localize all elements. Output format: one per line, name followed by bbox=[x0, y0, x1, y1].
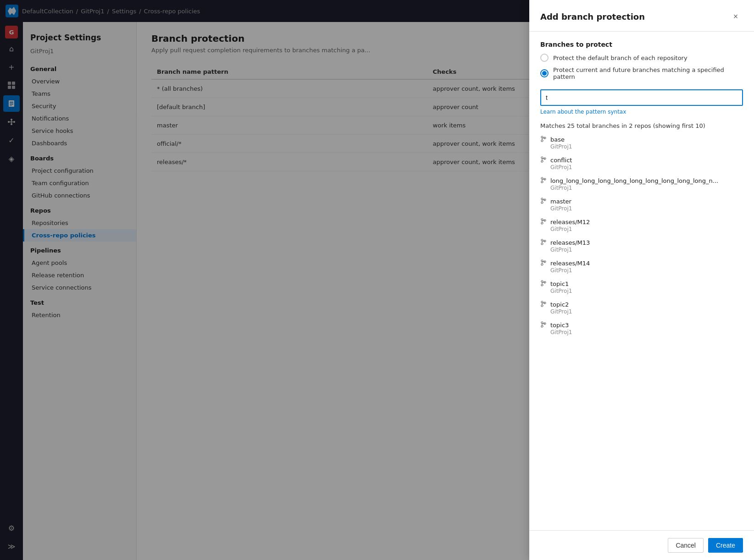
svg-point-31 bbox=[541, 243, 543, 245]
branch-icon bbox=[540, 239, 547, 247]
branch-list-item: master GitProj1 bbox=[540, 198, 743, 212]
branch-repo: GitProj1 bbox=[550, 164, 743, 170]
branch-name-row: base bbox=[540, 136, 743, 143]
svg-point-39 bbox=[541, 284, 543, 286]
modal-close-button[interactable]: × bbox=[728, 9, 743, 24]
branch-repo: GitProj1 bbox=[550, 288, 743, 294]
svg-point-35 bbox=[541, 264, 543, 265]
branch-list-item: releases/M14 GitProj1 bbox=[540, 259, 743, 274]
svg-point-22 bbox=[541, 198, 543, 200]
radio-label-pattern: Protect current and future branches matc… bbox=[553, 66, 743, 80]
branch-repo: GitProj1 bbox=[550, 185, 743, 191]
svg-point-14 bbox=[541, 157, 543, 159]
radio-circle-pattern bbox=[540, 69, 549, 77]
modal-footer: Cancel Create bbox=[529, 530, 754, 560]
branch-name: conflict bbox=[550, 157, 572, 164]
branch-list-item: topic1 GitProj1 bbox=[540, 280, 743, 294]
radio-circle-default bbox=[540, 54, 549, 62]
branch-list-item: base GitProj1 bbox=[540, 136, 743, 150]
branch-icon bbox=[540, 136, 547, 143]
svg-point-10 bbox=[541, 136, 543, 138]
branch-icon bbox=[540, 177, 547, 185]
svg-point-15 bbox=[541, 160, 543, 162]
branch-icon bbox=[540, 321, 547, 329]
branch-repo: GitProj1 bbox=[550, 308, 743, 315]
svg-point-23 bbox=[541, 202, 543, 203]
create-button[interactable]: Create bbox=[708, 538, 743, 553]
modal-title: Add branch protection bbox=[540, 12, 645, 22]
branch-name-row: releases/M14 bbox=[540, 259, 743, 267]
branch-name: base bbox=[550, 136, 565, 143]
svg-point-18 bbox=[541, 177, 543, 179]
branch-repo: GitProj1 bbox=[550, 247, 743, 253]
branch-name-row: releases/M12 bbox=[540, 218, 743, 226]
branch-name-row: conflict bbox=[540, 156, 743, 164]
branch-icon bbox=[540, 218, 547, 226]
branch-name: releases/M12 bbox=[550, 219, 590, 225]
branch-icon bbox=[540, 156, 547, 164]
radio-pattern-branch[interactable]: Protect current and future branches matc… bbox=[540, 66, 743, 80]
svg-point-27 bbox=[541, 222, 543, 224]
svg-point-19 bbox=[541, 181, 543, 183]
branch-name: releases/M14 bbox=[550, 260, 590, 267]
branch-name: long_long_long_long_long_long_long_long_… bbox=[550, 177, 718, 184]
branch-name-row: releases/M13 bbox=[540, 239, 743, 247]
branch-name-row: topic3 bbox=[540, 321, 743, 329]
branch-icon bbox=[540, 280, 547, 288]
branch-name: topic1 bbox=[550, 280, 569, 287]
svg-point-47 bbox=[541, 325, 543, 327]
branch-name: releases/M13 bbox=[550, 239, 590, 246]
branch-name: topic3 bbox=[550, 322, 569, 329]
branch-repo: GitProj1 bbox=[550, 143, 743, 150]
branch-list: base GitProj1 conflict GitProj1 bbox=[540, 136, 743, 335]
radio-group: Protect the default branch of each repos… bbox=[540, 54, 743, 80]
match-info: Matches 25 total branches in 2 repos (sh… bbox=[540, 122, 743, 129]
svg-point-43 bbox=[541, 305, 543, 307]
modal-body: Branches to protect Protect the default … bbox=[529, 32, 754, 530]
branch-list-item: topic3 GitProj1 bbox=[540, 321, 743, 335]
modal-header: Add branch protection × bbox=[529, 0, 754, 32]
branch-list-item: conflict GitProj1 bbox=[540, 156, 743, 170]
branch-list-item: topic2 GitProj1 bbox=[540, 301, 743, 315]
cancel-button[interactable]: Cancel bbox=[668, 538, 704, 553]
svg-point-26 bbox=[541, 219, 543, 220]
branch-name-row: long_long_long_long_long_long_long_long_… bbox=[540, 177, 743, 185]
branches-to-protect-label: Branches to protect bbox=[540, 41, 743, 48]
radio-default-branch[interactable]: Protect the default branch of each repos… bbox=[540, 54, 743, 62]
branch-list-item: releases/M12 GitProj1 bbox=[540, 218, 743, 232]
modal-panel: Add branch protection × Branches to prot… bbox=[529, 0, 754, 560]
branch-name: topic2 bbox=[550, 301, 569, 308]
branch-icon bbox=[540, 259, 547, 267]
branch-repo: GitProj1 bbox=[550, 329, 743, 335]
pattern-hint-link[interactable]: Learn about the pattern syntax bbox=[540, 109, 743, 115]
branch-name-row: topic2 bbox=[540, 301, 743, 308]
radio-label-default: Protect the default branch of each repos… bbox=[553, 55, 687, 61]
branch-repo: GitProj1 bbox=[550, 226, 743, 232]
branch-list-item: long_long_long_long_long_long_long_long_… bbox=[540, 177, 743, 191]
branch-name-row: master bbox=[540, 198, 743, 205]
branch-icon bbox=[540, 301, 547, 308]
branch-name: master bbox=[550, 198, 571, 205]
branch-list-item: releases/M13 GitProj1 bbox=[540, 239, 743, 253]
branch-icon bbox=[540, 198, 547, 205]
svg-point-11 bbox=[541, 140, 543, 142]
branch-repo: GitProj1 bbox=[550, 205, 743, 212]
branch-repo: GitProj1 bbox=[550, 267, 743, 274]
branch-name-row: topic1 bbox=[540, 280, 743, 288]
pattern-input[interactable] bbox=[540, 89, 743, 106]
